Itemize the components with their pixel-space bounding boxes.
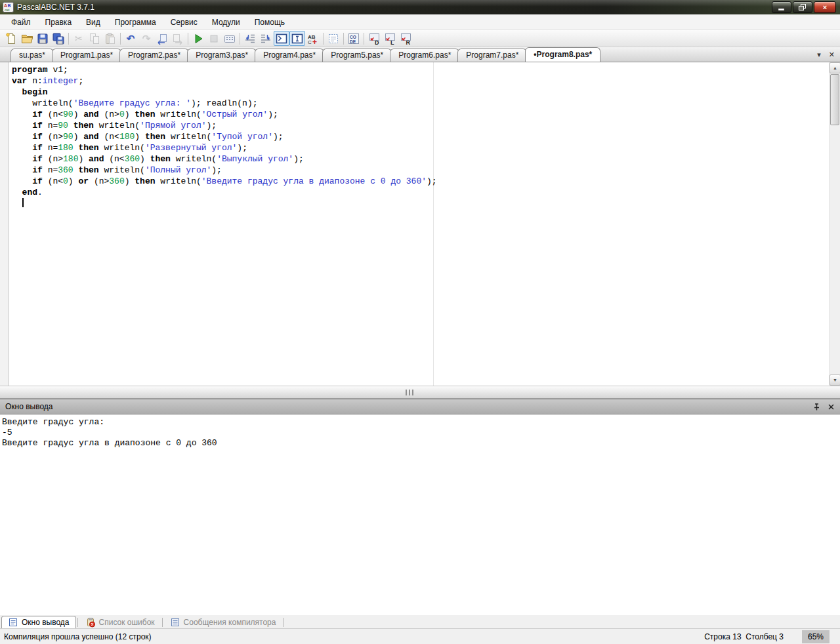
output-close-icon[interactable]: [828, 403, 835, 411]
abc-plus-button[interactable]: ABC+: [305, 31, 321, 46]
editor-tab-3[interactable]: Program2.pas*: [119, 49, 189, 62]
format-selection-button[interactable]: [326, 31, 341, 46]
code-template-button[interactable]: CODE: [346, 31, 362, 46]
code-line-4: writeln('Введите градус угла: '); readln…: [12, 98, 437, 109]
menu-item-3[interactable]: Вид: [79, 16, 108, 29]
copy-button[interactable]: [87, 31, 102, 46]
editor-tab-1[interactable]: su.pas*: [10, 49, 54, 62]
menu-item-6[interactable]: Модули: [205, 16, 247, 29]
zoom-level[interactable]: 65%: [802, 630, 830, 643]
editor-tab-9[interactable]: •Program8.pas*: [525, 47, 600, 62]
scroll-down-icon[interactable]: ▼: [830, 374, 840, 386]
error-list-icon: [85, 617, 96, 628]
scroll-up-icon[interactable]: ▲: [830, 62, 840, 73]
run-icon: [192, 32, 205, 45]
console-toggle-button[interactable]: [274, 31, 289, 46]
titlebar: AB.net PascalABC.NET 3.7.1 ×: [0, 0, 840, 14]
toolbar-separator: [120, 33, 121, 45]
code-line-7: if (n>90) and (n<180) then writeln('Тупо…: [12, 131, 437, 142]
cut-button[interactable]: ✂: [71, 31, 87, 46]
restore-button[interactable]: [793, 1, 812, 13]
tab-list-dropdown-icon[interactable]: ▾: [817, 50, 821, 59]
svg-text:.net: .net: [4, 8, 10, 12]
code-line-8: if n=180 then writeln('Развернутый угол'…: [12, 142, 437, 153]
code-line-5: if (n<90) and (n>0) then writeln('Острый…: [12, 109, 437, 120]
splitter-grip-icon: [406, 390, 413, 395]
editor-tab-6[interactable]: Program5.pas*: [322, 49, 392, 62]
bottom-tab-2[interactable]: Список ошибок: [79, 616, 161, 628]
editor-tab-2[interactable]: Program1.pas*: [52, 49, 121, 62]
bottom-tab-label: Сообщения компилятора: [184, 618, 276, 627]
app-logo-icon: AB.net: [3, 2, 14, 12]
paste-button[interactable]: [102, 31, 118, 46]
pin-icon[interactable]: [812, 403, 821, 411]
copy-icon: [88, 32, 101, 45]
editor-tab-bar: su.pas*Program1.pas*Program2.pas*Program…: [0, 47, 840, 62]
menu-item-5[interactable]: Сервис: [163, 16, 205, 29]
menu-item-4[interactable]: Программа: [108, 16, 163, 29]
save-button[interactable]: [35, 31, 51, 46]
editor-tab-5[interactable]: Program4.pas*: [255, 49, 324, 62]
run-button[interactable]: [190, 31, 206, 46]
paste-icon: [104, 32, 117, 45]
window-title: PascalABC.NET 3.7.1: [17, 3, 94, 12]
code-line-3: begin: [12, 87, 437, 98]
bottom-tab-1[interactable]: Окно вывода: [1, 616, 76, 628]
editor-output-splitter[interactable]: [0, 386, 840, 399]
new-file-icon: [5, 32, 18, 45]
nav-forward-button[interactable]: [170, 31, 186, 46]
indent-button[interactable]: [242, 31, 258, 46]
output-panel-title: Окно вывода: [5, 402, 53, 411]
redo-button[interactable]: ↷: [138, 31, 154, 46]
bottom-tab-separator: [77, 618, 78, 627]
close-tab-icon[interactable]: ✕: [829, 50, 835, 59]
text-caret: [22, 198, 24, 207]
outdent-button[interactable]: [258, 31, 274, 46]
editor-tab-7[interactable]: Program6.pas*: [390, 49, 459, 62]
output-panel-header: Окно вывода: [0, 399, 840, 414]
module-r-button[interactable]: R: [398, 31, 413, 46]
output-window[interactable]: Введите градус угла:-5Введите градус угл…: [0, 414, 840, 615]
output-line-1: Введите градус угла:: [2, 417, 838, 428]
stop-button[interactable]: [206, 31, 222, 46]
code-area[interactable]: program v1;var n:integer; begin writeln(…: [12, 64, 437, 209]
nav-forward-icon: [171, 32, 184, 45]
module-d-icon: D: [368, 32, 381, 45]
output-line-3: Введите градус угла в диапозоне с 0 до 3…: [2, 438, 838, 449]
new-file-button[interactable]: [3, 31, 19, 46]
open-file-button[interactable]: [19, 31, 35, 46]
bottom-tab-separator: [162, 618, 163, 627]
caret-toggle-button[interactable]: [289, 31, 305, 46]
menu-item-2[interactable]: Правка: [38, 16, 79, 29]
compiler-messages-icon: [170, 617, 180, 628]
undo-button[interactable]: ↶: [123, 31, 138, 46]
menu-item-1[interactable]: Файл: [4, 16, 38, 29]
abc-plus-icon: ABC+: [306, 32, 320, 45]
toolbar-separator: [323, 33, 324, 45]
editor-tab-4[interactable]: Program3.pas*: [187, 49, 257, 62]
save-all-icon: [52, 32, 65, 45]
svg-text:DE: DE: [350, 39, 356, 43]
vertical-scrollbar[interactable]: ▲ ▼: [829, 62, 840, 386]
editor-tab-8[interactable]: Program7.pas*: [457, 49, 527, 62]
module-l-button[interactable]: L: [382, 31, 398, 46]
menu-item-7[interactable]: Помощь: [247, 16, 292, 29]
editor-gutter: [0, 62, 9, 386]
bottom-tab-label: Список ошибок: [99, 618, 155, 627]
open-file-icon: [20, 32, 33, 45]
code-line-6: if n=90 then writeln('Прямой угол');: [12, 120, 437, 131]
toolbar-separator: [188, 33, 188, 45]
code-editor[interactable]: program v1;var n:integer; begin writeln(…: [0, 62, 840, 386]
code-line-10: if n=360 then writeln('Полный угол');: [12, 165, 437, 176]
bottom-tab-3[interactable]: Сообщения компилятора: [164, 616, 282, 628]
save-all-button[interactable]: [51, 31, 66, 46]
toolbar-separator: [364, 33, 364, 45]
close-button[interactable]: ×: [814, 1, 836, 13]
compile-grid-button[interactable]: [222, 31, 238, 46]
minimize-button[interactable]: [772, 1, 791, 13]
nav-back-button[interactable]: [154, 31, 170, 46]
module-d-button[interactable]: D: [366, 31, 382, 46]
scrollbar-thumb[interactable]: [830, 74, 839, 125]
svg-text:R: R: [406, 39, 411, 45]
bottom-tab-label: Окно вывода: [22, 618, 70, 627]
